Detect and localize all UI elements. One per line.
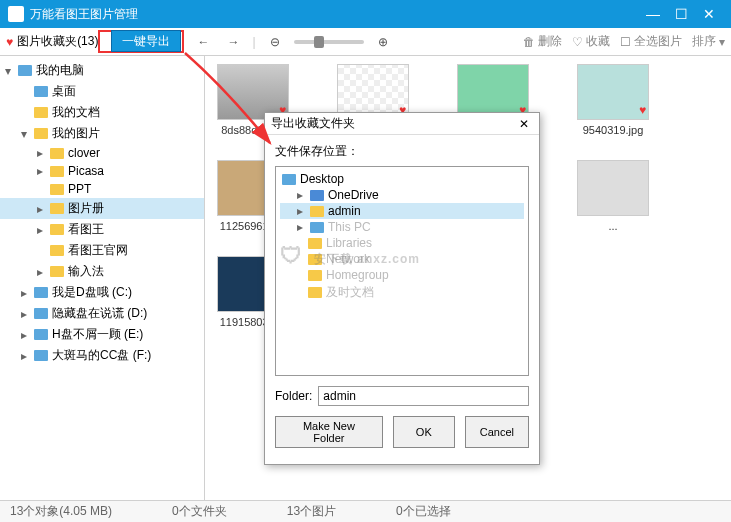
homegroup-icon — [308, 270, 322, 281]
tree-admin[interactable]: ▸admin — [280, 203, 524, 219]
dialog-title: 导出收藏文件夹 — [271, 115, 515, 132]
folder-input[interactable] — [318, 386, 529, 406]
folder-icon — [34, 107, 48, 118]
folder-icon — [308, 287, 322, 298]
ok-button[interactable]: OK — [393, 416, 455, 448]
header-bar: ♥ 图片收藏夹(13) 一键导出 ← → | ⊖ ⊕ 🗑删除 ♡收藏 ☐全选图片… — [0, 28, 731, 56]
status-images: 13个图片 — [287, 503, 336, 520]
libraries-icon — [308, 238, 322, 249]
tree-onedrive[interactable]: ▸OneDrive — [280, 187, 524, 203]
dialog-folder-row: Folder: — [275, 386, 529, 406]
close-button[interactable]: ✕ — [695, 6, 723, 22]
drive-icon — [34, 287, 48, 298]
titlebar: 万能看图王图片管理 — ☐ ✕ — [0, 0, 731, 28]
heart-icon: ♥ — [639, 103, 646, 117]
dialog-label: 文件保存位置： — [275, 143, 529, 160]
dialog-titlebar: 导出收藏文件夹 ✕ — [265, 113, 539, 135]
tree-thispc[interactable]: ▸This PC — [280, 219, 524, 235]
tree-desktop[interactable]: Desktop — [280, 171, 524, 187]
dialog-folder-tree[interactable]: Desktop ▸OneDrive ▸admin ▸This PC Librar… — [275, 166, 529, 376]
desktop-icon — [282, 174, 296, 185]
toolbar-right: 🗑删除 ♡收藏 ☐全选图片 排序▾ — [523, 33, 725, 50]
zoom-in-button[interactable]: ⊕ — [372, 31, 394, 53]
onedrive-icon — [310, 190, 324, 201]
checkbox-icon: ☐ — [620, 35, 631, 49]
tree-libraries[interactable]: Libraries — [280, 235, 524, 251]
folder-icon — [50, 245, 64, 256]
tree-item-pictures[interactable]: ▾我的图片 — [0, 123, 204, 144]
network-icon — [308, 254, 322, 265]
drive-icon — [34, 329, 48, 340]
status-selected: 0个已选择 — [396, 503, 451, 520]
folder-icon — [50, 224, 64, 235]
select-all-button[interactable]: ☐全选图片 — [620, 33, 682, 50]
tree-item-drive-f[interactable]: ▸大斑马的CC盘 (F:) — [0, 345, 204, 366]
tree-item-picasa[interactable]: ▸Picasa — [0, 162, 204, 180]
status-count: 13个对象(4.05 MB) — [10, 503, 112, 520]
chevron-down-icon: ▾ — [719, 35, 725, 49]
favorite-button[interactable]: ♡收藏 — [572, 33, 610, 50]
statusbar: 13个对象(4.05 MB) 0个文件夹 13个图片 0个已选择 — [0, 500, 731, 522]
minimize-button[interactable]: — — [639, 6, 667, 22]
pc-icon — [310, 222, 324, 233]
folder-icon — [34, 128, 48, 139]
tree-item-album[interactable]: ▸图片册 — [0, 198, 204, 219]
sort-button[interactable]: 排序▾ — [692, 33, 725, 50]
heart-icon: ♥ — [6, 35, 13, 49]
drive-icon — [34, 308, 48, 319]
zoom-slider[interactable] — [294, 40, 364, 44]
forward-button[interactable]: → — [222, 31, 244, 53]
tree-item-desktop[interactable]: 桌面 — [0, 81, 204, 102]
folder-icon — [50, 166, 64, 177]
tree-item-ime[interactable]: ▸输入法 — [0, 261, 204, 282]
tree-item-kantuking-web[interactable]: 看图王官网 — [0, 240, 204, 261]
tree-item-drive-c[interactable]: ▸我是D盘哦 (C:) — [0, 282, 204, 303]
cancel-button[interactable]: Cancel — [465, 416, 529, 448]
thumbnail[interactable]: ♥9540319.jpg — [573, 64, 653, 136]
desktop-icon — [34, 86, 48, 97]
tree-item-drive-d[interactable]: ▸隐藏盘在说谎 (D:) — [0, 303, 204, 324]
sidebar: ▾我的电脑 桌面 我的文档 ▾我的图片 ▸clover ▸Picasa PPT … — [0, 56, 205, 500]
user-icon — [310, 206, 324, 217]
drive-icon — [34, 350, 48, 361]
status-folders: 0个文件夹 — [172, 503, 227, 520]
favorites-count: 图片收藏夹(13) — [17, 33, 98, 50]
app-icon — [8, 6, 24, 22]
tree-homegroup[interactable]: Homegroup — [280, 267, 524, 283]
thumbnail[interactable]: ... — [573, 160, 653, 232]
zoom-out-button[interactable]: ⊖ — [264, 31, 286, 53]
tree-item-ppt[interactable]: PPT — [0, 180, 204, 198]
tree-item-clover[interactable]: ▸clover — [0, 144, 204, 162]
maximize-button[interactable]: ☐ — [667, 6, 695, 22]
favorites-label: ♥ 图片收藏夹(13) — [6, 33, 98, 50]
dialog-close-button[interactable]: ✕ — [515, 117, 533, 131]
export-button[interactable]: 一键导出 — [111, 30, 181, 52]
tree-network[interactable]: Network — [280, 251, 524, 267]
app-title: 万能看图王图片管理 — [30, 6, 639, 23]
folder-icon — [50, 184, 64, 195]
folder-label: Folder: — [275, 389, 312, 403]
highlight-box: 一键导出 — [98, 30, 184, 53]
tree-root[interactable]: ▾我的电脑 — [0, 60, 204, 81]
folder-icon — [50, 148, 64, 159]
make-new-folder-button[interactable]: Make New Folder — [275, 416, 383, 448]
folder-icon — [50, 203, 64, 214]
tree-item-kantuking[interactable]: ▸看图王 — [0, 219, 204, 240]
dialog-buttons: Make New Folder OK Cancel — [275, 416, 529, 456]
tree-item-drive-e[interactable]: ▸H盘不屑一顾 (E:) — [0, 324, 204, 345]
folder-icon — [50, 266, 64, 277]
trash-icon: 🗑 — [523, 35, 535, 49]
tree-item-documents[interactable]: 我的文档 — [0, 102, 204, 123]
back-button[interactable]: ← — [192, 31, 214, 53]
pc-icon — [18, 65, 32, 76]
heart-outline-icon: ♡ — [572, 35, 583, 49]
export-dialog: 导出收藏文件夹 ✕ 文件保存位置： Desktop ▸OneDrive ▸adm… — [264, 112, 540, 465]
toolbar: ← → | ⊖ ⊕ — [192, 31, 393, 53]
delete-button[interactable]: 🗑删除 — [523, 33, 562, 50]
tree-recent[interactable]: 及时文档 — [280, 283, 524, 302]
